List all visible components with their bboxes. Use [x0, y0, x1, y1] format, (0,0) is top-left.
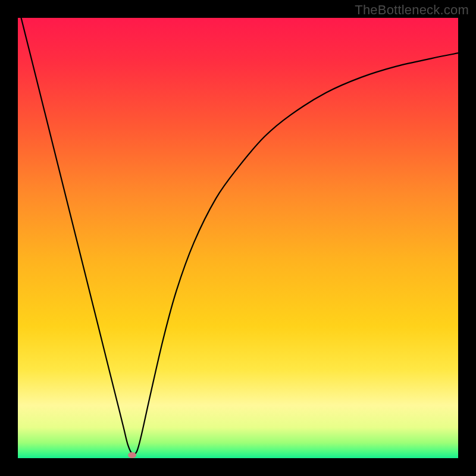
chart-frame: TheBottleneck.com	[0, 0, 476, 476]
plot-area	[18, 18, 458, 458]
watermark-text: TheBottleneck.com	[355, 2, 469, 18]
minimum-marker	[128, 452, 136, 458]
bottleneck-curve	[18, 18, 458, 458]
